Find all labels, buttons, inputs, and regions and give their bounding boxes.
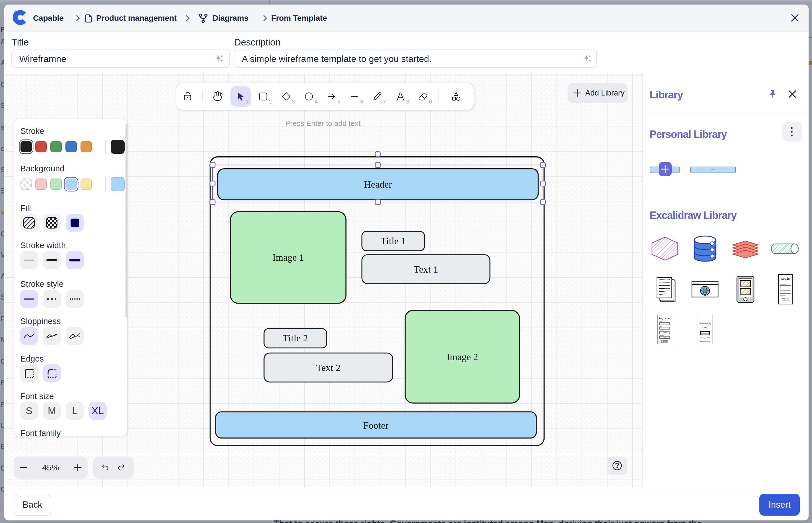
svg-text:Image 1: Image 1 [273, 252, 304, 263]
svg-text:****: **** [663, 337, 667, 339]
svg-text:Sign in instead: Sign in instead [699, 340, 711, 342]
svg-text:Header: Header [364, 179, 392, 190]
svg-text:Text 2: Text 2 [316, 362, 340, 373]
svg-text:Register: Register [659, 317, 671, 320]
svg-text:Onboarding: Onboarding [699, 322, 711, 325]
svg-text:Title 1: Title 1 [381, 236, 406, 246]
svg-text:Create: Create [662, 341, 668, 343]
svg-text:Slider: Slider [711, 169, 715, 170]
svg-text:or: or [705, 337, 706, 339]
svg-text:****: **** [782, 291, 787, 294]
svg-text:Page: Page [702, 325, 708, 328]
svg-text:Sign in: Sign in [782, 298, 789, 300]
svg-text:Image 2: Image 2 [447, 351, 478, 362]
svg-text:Login: Login [781, 277, 790, 281]
svg-text:Text 1: Text 1 [414, 264, 438, 274]
svg-text:Title 2: Title 2 [283, 333, 308, 343]
svg-text:Get Started: Get Started [701, 332, 709, 334]
svg-text:****: **** [663, 332, 667, 334]
svg-text:Footer: Footer [363, 420, 388, 431]
